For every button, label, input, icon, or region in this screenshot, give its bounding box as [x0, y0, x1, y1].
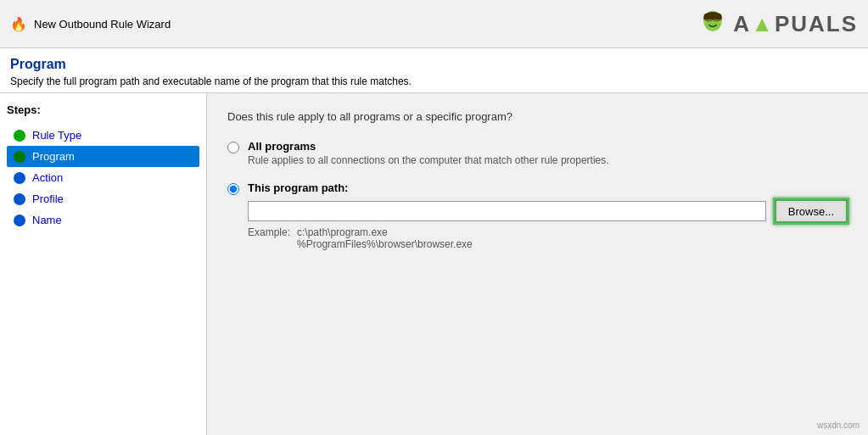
program-path-input[interactable]: [248, 201, 766, 221]
appuals-svg-icon: [696, 7, 730, 41]
step-dot-profile: [14, 193, 25, 205]
title-bar: 🔥 New Outbound Rule Wizard A▲PUALS: [0, 0, 868, 48]
sidebar-item-profile[interactable]: Profile: [7, 188, 199, 209]
page-title: Program: [10, 57, 858, 72]
page-description: Specify the full program path and execut…: [10, 75, 858, 87]
step-dot-program: [14, 151, 25, 163]
this-program-radio[interactable]: [227, 183, 239, 195]
sidebar-label-profile: Profile: [32, 192, 64, 205]
sidebar-item-rule-type[interactable]: Rule Type: [7, 125, 199, 146]
appuals-text: A▲PUALS: [733, 11, 858, 37]
sidebar-label-name: Name: [32, 214, 62, 226]
this-program-label[interactable]: This program path:: [248, 181, 848, 194]
sidebar-label-program: Program: [32, 150, 75, 163]
wizard-icon: 🔥: [10, 15, 27, 32]
sidebar-label-rule-type: Rule Type: [32, 129, 81, 142]
all-programs-radio[interactable]: [227, 142, 239, 153]
all-programs-desc: Rule applies to all connections on the c…: [248, 154, 609, 166]
title-bar-text: New Outbound Rule Wizard: [34, 18, 171, 31]
all-programs-label[interactable]: All programs: [248, 140, 609, 153]
content-area: Does this rule apply to all programs or …: [207, 93, 868, 435]
example-values: c:\path\program.exe %ProgramFiles%\brows…: [297, 226, 473, 250]
example-row: Example: c:\path\program.exe %ProgramFil…: [248, 226, 848, 250]
all-programs-content: All programs Rule applies to all connect…: [248, 140, 609, 166]
this-program-option: This program path: Browse... Example: c:…: [227, 181, 848, 250]
appuals-logo: A▲PUALS: [696, 7, 858, 41]
step-dot-name: [14, 215, 25, 226]
program-path-input-row: Browse...: [248, 199, 848, 223]
radio-group: All programs Rule applies to all connect…: [227, 140, 848, 250]
question-text: Does this rule apply to all programs or …: [227, 110, 848, 123]
all-programs-option: All programs Rule applies to all connect…: [227, 140, 848, 166]
sidebar-label-action: Action: [32, 171, 63, 184]
main-content: Steps: Rule Type Program Action Profile …: [0, 93, 868, 435]
page-header: Program Specify the full program path an…: [0, 48, 868, 93]
watermark: wsxdn.com: [817, 421, 860, 430]
sidebar-item-action[interactable]: Action: [7, 167, 199, 188]
this-program-content: This program path: Browse... Example: c:…: [248, 181, 848, 250]
sidebar-item-name[interactable]: Name: [7, 209, 199, 231]
sidebar-item-program[interactable]: Program: [7, 146, 199, 167]
steps-label: Steps:: [7, 103, 199, 116]
step-dot-rule-type: [14, 130, 25, 142]
example-line1: c:\path\program.exe: [297, 226, 473, 238]
example-label: Example:: [248, 226, 290, 238]
browse-button[interactable]: Browse...: [775, 199, 848, 223]
sidebar: Steps: Rule Type Program Action Profile …: [0, 93, 207, 435]
step-dot-action: [14, 172, 25, 184]
example-line2: %ProgramFiles%\browser\browser.exe: [297, 238, 473, 250]
